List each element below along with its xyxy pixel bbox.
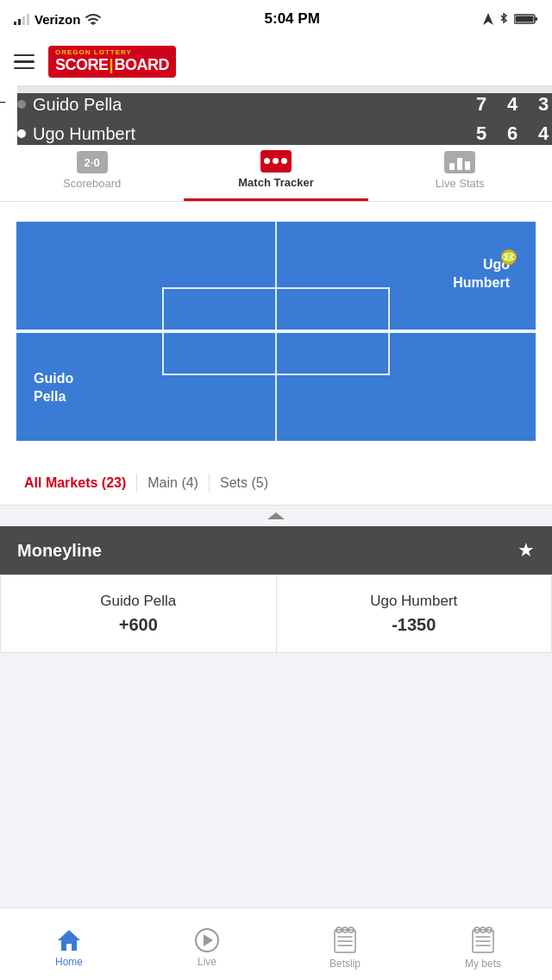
tab-scoreboard-label: Scoreboard [63,177,121,190]
moneyline-header: Moneyline ★ [0,526,552,575]
markets-filter: All Markets (23) Main (4) Sets (5) [0,461,552,506]
expand-chevron-icon [267,512,285,519]
odds-container: Guido Pella +600 Ugo Humbert -1350 [0,575,552,653]
court-player1-label: GuidoPella [34,370,73,406]
tab-live-stats-label: Live Stats [436,177,485,190]
tennis-ball [501,249,517,265]
logo-text2: BOARD [115,57,170,74]
live-icon [195,928,219,952]
bottom-spacer [0,653,552,726]
odds-card-player1[interactable]: Guido Pella +600 [0,575,276,653]
player2-set2: 6 [504,122,521,145]
player1-scores: 7 4 3 [473,93,552,116]
bottom-nav: Home Live Betslip [0,908,552,980]
nav-divider [0,86,552,93]
svg-rect-7 [535,17,537,21]
bottom-nav-home-label: Home [55,956,83,968]
odds-player1-value: +600 [15,615,262,635]
logo-text1: SCORE [55,57,109,74]
odds-player2-name: Ugo Humbert [291,593,538,610]
bottom-nav-home[interactable]: Home [0,921,138,968]
player1-dot [17,100,26,109]
odds-card-player2[interactable]: Ugo Humbert -1350 [276,575,553,653]
bottom-nav-betslip-label: Betslip [329,958,361,970]
svg-marker-10 [58,930,80,951]
stats-icon [444,151,475,173]
court-player2-label: UgoHumbert [453,256,510,292]
player2-name: Ugo Humbert [17,124,135,144]
status-left: Verizon [14,12,101,27]
svg-point-9 [504,252,514,262]
odds-player1-name: Guido Pella [15,593,262,610]
location-icon [483,13,493,25]
status-bar: Verizon 5:04 PM [0,0,552,38]
bottom-nav-live[interactable]: Live [138,921,276,968]
svg-marker-5 [483,13,493,25]
filter-all-markets[interactable]: All Markets (23) [14,461,136,505]
svg-rect-2 [22,16,25,25]
app-logo: OREGON LOTTERY SCORE | BOARD [48,46,176,78]
player2-dot [17,129,26,138]
bottom-nav-live-label: Live [198,956,216,968]
hamburger-menu[interactable] [14,54,34,70]
court-container: GuidoPella UgoHumbert [0,202,552,461]
player2-row: Ugo Humbert 5 6 4 [17,122,552,145]
tab-match-tracker[interactable]: Match Tracker [184,145,367,201]
bottom-nav-betslip[interactable]: Betslip [276,920,414,970]
player2-set1: 5 [473,122,490,145]
bottom-nav-mybets-label: My bets [465,958,501,970]
bluetooth-icon [499,12,509,26]
status-right [483,12,538,26]
match-card-container: ← Guido Pella 7 4 3 Ugo Humbert 5 6 4 [0,93,552,145]
player1-name: Guido Pella [17,95,122,115]
tennis-court: GuidoPella UgoHumbert [14,219,538,443]
player1-set2: 4 [504,93,521,116]
player1-set1: 7 [473,93,490,116]
player1-row: Guido Pella 7 4 3 [17,93,552,116]
svg-rect-1 [18,19,21,25]
player1-set3: 3 [535,93,552,116]
signal-icon [14,13,29,25]
home-icon [56,928,82,952]
carrier-label: Verizon [34,12,80,27]
moneyline-title: Moneyline [17,541,102,561]
filter-sets[interactable]: Sets (5) [210,461,279,505]
bottom-nav-mybets[interactable]: My bets [414,920,552,970]
match-info: Guido Pella 7 4 3 Ugo Humbert 5 6 4 [17,93,552,145]
wifi-icon [85,13,101,25]
battery-icon [514,13,538,25]
betslip-icon [334,927,356,954]
scoreboard-icon: 2·0 [77,151,108,173]
tab-match-tracker-label: Match Tracker [238,176,313,189]
player2-set3: 4 [535,122,552,145]
nav-bar: OREGON LOTTERY SCORE | BOARD [0,38,552,86]
court-service-top [162,287,391,289]
svg-rect-0 [14,22,16,25]
back-button[interactable]: ← [0,78,17,126]
filter-main[interactable]: Main (4) [137,461,209,505]
tab-live-stats[interactable]: Live Stats [368,145,552,201]
svg-point-4 [92,23,94,25]
expand-bar[interactable] [0,506,552,526]
tab-scoreboard[interactable]: 2·0 Scoreboard [0,145,184,201]
court-service-bottom [162,374,391,375]
svg-rect-8 [515,16,533,22]
moneyline-star-icon[interactable]: ★ [518,539,535,562]
odds-player2-value: -1350 [291,615,538,635]
status-time: 5:04 PM [265,10,320,28]
svg-rect-3 [27,14,29,25]
court-net [16,330,536,333]
tabs-bar: 2·0 Scoreboard Match Tracker Live Stats [0,145,552,202]
mybets-icon [472,927,494,954]
tracker-icon [260,150,292,173]
player2-scores: 5 6 4 [473,122,552,145]
